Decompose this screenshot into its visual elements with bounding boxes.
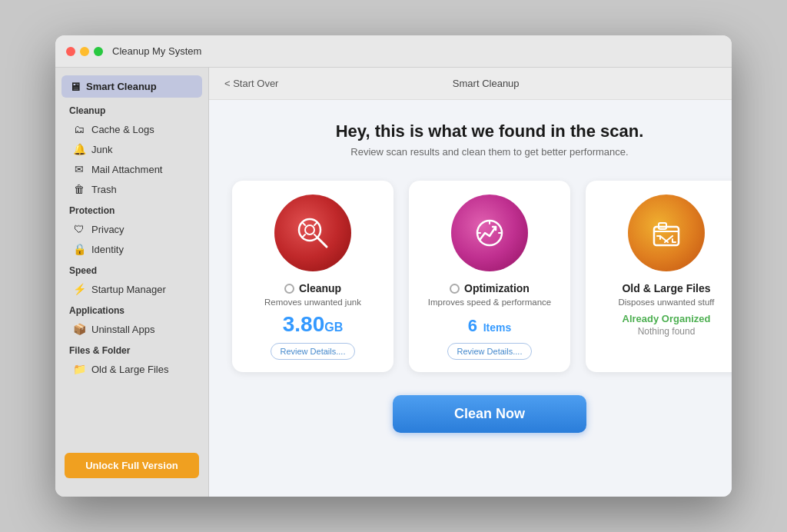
- close-button[interactable]: [66, 47, 75, 56]
- window-title: Cleanup My System: [112, 45, 201, 57]
- content-header-title: Smart Cleanup: [453, 78, 520, 89]
- scan-headline: Hey, this is what we found in the scan.: [336, 121, 644, 141]
- svg-line-1: [317, 238, 327, 247]
- optimization-review-button[interactable]: Review Details....: [447, 343, 533, 360]
- sidebar-bottom: Unlock Full Version: [55, 442, 208, 489]
- privacy-icon: 🛡: [72, 223, 86, 235]
- cache-logs-icon: 🗂: [72, 123, 86, 135]
- sidebar-item-trash[interactable]: 🗑 Trash: [58, 179, 205, 199]
- old-large-files-card-icon: [628, 195, 705, 271]
- section-label-protection: Protection: [55, 199, 208, 219]
- smart-cleanup-icon: 🖥: [69, 80, 81, 93]
- optimization-card-title-row: Optimization: [450, 282, 530, 294]
- sidebar-item-mail-attachment[interactable]: ✉ Mail Attachment: [58, 159, 205, 179]
- optimization-card-icon: [451, 195, 528, 271]
- optimization-card-value: 6 Items: [468, 313, 512, 337]
- maximize-button[interactable]: [94, 47, 103, 56]
- startup-icon: ⚡: [72, 283, 86, 295]
- section-label-applications: Applications: [55, 299, 208, 319]
- optimization-card: Optimization Improves speed & performanc…: [409, 181, 570, 372]
- cleanup-card-title-row: Cleanup: [284, 282, 341, 294]
- nothing-found-label: Nothing found: [638, 326, 696, 337]
- sidebar-item-old-large-files[interactable]: 📁 Old & Large Files: [58, 359, 205, 379]
- sidebar-item-startup-manager[interactable]: ⚡ Startup Manager: [58, 279, 205, 299]
- cleanup-review-button[interactable]: Review Details....: [271, 343, 356, 360]
- cards-row: Cleanup Removes unwanted junk 3.80GB Rev…: [232, 181, 732, 372]
- start-over-button[interactable]: < Start Over: [224, 78, 278, 89]
- optimization-card-radio[interactable]: [450, 284, 460, 294]
- main-window: Cleanup My System 🖥 Smart Cleanup Cleanu…: [55, 35, 732, 497]
- sidebar-item-identity[interactable]: 🔒 Identity: [58, 239, 205, 259]
- sidebar-item-junk[interactable]: 🔔 Junk: [58, 139, 205, 159]
- svg-line-4: [314, 222, 317, 225]
- scan-subtext: Review scan results and clean them to ge…: [350, 146, 628, 158]
- sidebar-active-label: Smart Cleanup: [86, 81, 157, 92]
- cleanup-card-radio[interactable]: [284, 284, 294, 294]
- unlock-full-version-button[interactable]: Unlock Full Version: [65, 453, 199, 478]
- svg-line-6: [302, 234, 305, 238]
- files-icon: 📁: [72, 363, 86, 375]
- main-content: 🖥 Smart Cleanup Cleanup 🗂 Cache & Logs 🔔…: [55, 68, 732, 497]
- content-area: < Start Over Smart Cleanup Hey, this is …: [209, 68, 732, 497]
- sidebar-item-smart-cleanup[interactable]: 🖥 Smart Cleanup: [61, 75, 202, 98]
- svg-line-5: [314, 234, 317, 238]
- cleanup-card-value: 3.80GB: [283, 313, 344, 337]
- sidebar-item-cache-logs[interactable]: 🗂 Cache & Logs: [58, 119, 205, 139]
- sidebar-item-uninstall-apps[interactable]: 📦 Uninstall Apps: [58, 319, 205, 339]
- section-label-speed: Speed: [55, 259, 208, 279]
- section-label-files-folder: Files & Folder: [55, 339, 208, 359]
- minimize-button[interactable]: [80, 47, 89, 56]
- sidebar: 🖥 Smart Cleanup Cleanup 🗂 Cache & Logs 🔔…: [55, 68, 209, 497]
- old-large-files-card-subtitle: Disposes unwanted stuff: [618, 298, 714, 307]
- cleanup-card-icon: [274, 195, 351, 271]
- clean-now-button[interactable]: Clean Now: [393, 395, 586, 433]
- old-large-files-card-title: Old & Large Files: [622, 282, 710, 294]
- traffic-lights: [66, 47, 103, 56]
- svg-line-14: [665, 236, 672, 242]
- optimization-card-title: Optimization: [464, 282, 530, 294]
- junk-icon: 🔔: [72, 143, 86, 155]
- optimization-card-subtitle: Improves speed & performance: [428, 298, 551, 307]
- identity-icon: 🔒: [72, 243, 86, 255]
- content-body: Hey, this is what we found in the scan. …: [209, 100, 732, 497]
- mail-icon: ✉: [72, 163, 86, 175]
- old-large-files-card: Old & Large Files Disposes unwanted stuf…: [586, 181, 732, 372]
- content-header: < Start Over Smart Cleanup: [209, 68, 732, 100]
- cleanup-card-title: Cleanup: [299, 282, 341, 294]
- cleanup-card-subtitle: Removes unwanted junk: [264, 298, 361, 307]
- cleanup-card: Cleanup Removes unwanted junk 3.80GB Rev…: [232, 181, 394, 372]
- sidebar-item-privacy[interactable]: 🛡 Privacy: [58, 219, 205, 239]
- svg-point-2: [305, 225, 314, 234]
- section-label-cleanup: Cleanup: [55, 99, 208, 119]
- title-bar: Cleanup My System: [55, 35, 732, 68]
- uninstall-icon: 📦: [72, 323, 86, 335]
- already-organized-label: Already Organized: [623, 313, 711, 324]
- trash-icon: 🗑: [72, 183, 86, 195]
- svg-line-3: [302, 222, 305, 225]
